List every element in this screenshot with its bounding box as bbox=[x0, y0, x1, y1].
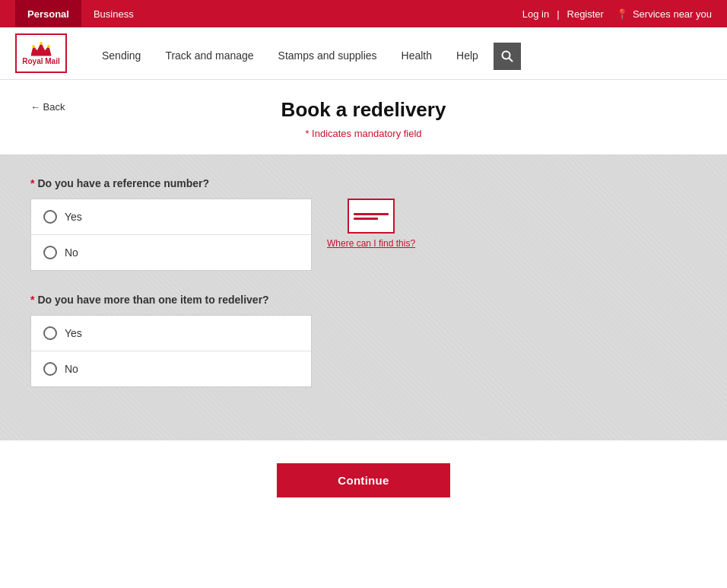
top-bar-nav: Personal Business bbox=[15, 0, 146, 27]
search-icon bbox=[501, 50, 513, 62]
nav-track-manage[interactable]: Track and manage bbox=[153, 42, 265, 72]
question1-block: * Do you have a reference number? Yes No bbox=[30, 177, 697, 271]
question1-yes-option[interactable]: Yes bbox=[31, 199, 311, 235]
question1-yes-label: Yes bbox=[65, 211, 82, 223]
question1-row: Yes No Where can I find this? bbox=[30, 199, 697, 271]
question2-yes-option[interactable]: Yes bbox=[31, 316, 311, 351]
logo-area: Royal Mail bbox=[15, 33, 67, 79]
nav-help[interactable]: Help bbox=[444, 42, 490, 72]
header: Royal Mail Sending Track and manage Stam… bbox=[0, 27, 727, 80]
svg-point-1 bbox=[32, 45, 35, 48]
question2-no-radio[interactable] bbox=[43, 362, 57, 376]
page-header: ← Back Book a redelivery * Indicates man… bbox=[0, 80, 727, 154]
question1-yes-radio[interactable] bbox=[43, 210, 57, 224]
separator: | bbox=[557, 8, 559, 20]
parcel-line-2 bbox=[354, 218, 378, 220]
where-link[interactable]: Where can I find this? bbox=[327, 238, 415, 250]
nav-stamps-supplies[interactable]: Stamps and supplies bbox=[266, 42, 389, 72]
top-bar: Personal Business Log in | Register 📍 Se… bbox=[0, 0, 727, 27]
question2-req-star: * bbox=[30, 294, 34, 306]
main-content: ← Back Book a redelivery * Indicates man… bbox=[0, 80, 727, 520]
login-link[interactable]: Log in bbox=[522, 8, 549, 20]
back-link[interactable]: ← Back bbox=[30, 101, 65, 113]
question1-no-option[interactable]: No bbox=[31, 235, 311, 270]
question2-yes-label: Yes bbox=[65, 327, 82, 339]
services-link[interactable]: Services near you bbox=[633, 8, 712, 20]
question1-label: * Do you have a reference number? bbox=[30, 177, 697, 189]
svg-point-3 bbox=[47, 45, 50, 48]
nav-sending[interactable]: Sending bbox=[90, 42, 153, 72]
page-title: Book a redelivery bbox=[30, 98, 697, 122]
crown-icon bbox=[30, 42, 52, 57]
logo-text: Royal Mail bbox=[22, 57, 59, 65]
search-button[interactable] bbox=[494, 43, 521, 70]
question1-no-label: No bbox=[65, 246, 78, 259]
question2-no-option[interactable]: No bbox=[31, 351, 311, 386]
question2-radio-group: Yes No bbox=[30, 315, 312, 387]
mandatory-text: Indicates mandatory field bbox=[312, 128, 422, 139]
location-icon: 📍 bbox=[616, 8, 628, 20]
footer-section: Continue bbox=[0, 440, 727, 520]
gray-section: * Do you have a reference number? Yes No bbox=[0, 154, 727, 440]
parcel-image bbox=[348, 199, 395, 234]
question2-label: * Do you have more than one item to rede… bbox=[30, 294, 697, 306]
question2-text: Do you have more than one item to redeli… bbox=[37, 294, 268, 306]
question1-req-star: * bbox=[30, 177, 34, 189]
royal-mail-logo[interactable]: Royal Mail bbox=[15, 33, 67, 73]
question2-yes-radio[interactable] bbox=[43, 326, 57, 340]
mandatory-note: * Indicates mandatory field bbox=[30, 128, 697, 139]
svg-point-4 bbox=[502, 51, 510, 59]
mandatory-star: * bbox=[305, 128, 312, 139]
svg-point-2 bbox=[40, 42, 43, 45]
parcel-line-1 bbox=[354, 213, 389, 215]
question2-no-label: No bbox=[65, 363, 78, 375]
question2-block: * Do you have more than one item to rede… bbox=[30, 294, 697, 387]
svg-line-5 bbox=[509, 58, 513, 62]
personal-tab[interactable]: Personal bbox=[15, 0, 81, 27]
main-nav: Sending Track and manage Stamps and supp… bbox=[90, 42, 712, 72]
continue-button[interactable]: Continue bbox=[277, 463, 449, 497]
register-link[interactable]: Register bbox=[567, 8, 604, 20]
business-tab[interactable]: Business bbox=[81, 0, 146, 27]
top-bar-actions: Log in | Register 📍 Services near you bbox=[522, 8, 712, 20]
question1-text: Do you have a reference number? bbox=[37, 177, 209, 189]
parcel-hint: Where can I find this? bbox=[327, 199, 415, 250]
nav-health[interactable]: Health bbox=[389, 42, 444, 72]
question1-radio-group: Yes No bbox=[30, 199, 312, 271]
question1-no-radio[interactable] bbox=[43, 246, 57, 259]
